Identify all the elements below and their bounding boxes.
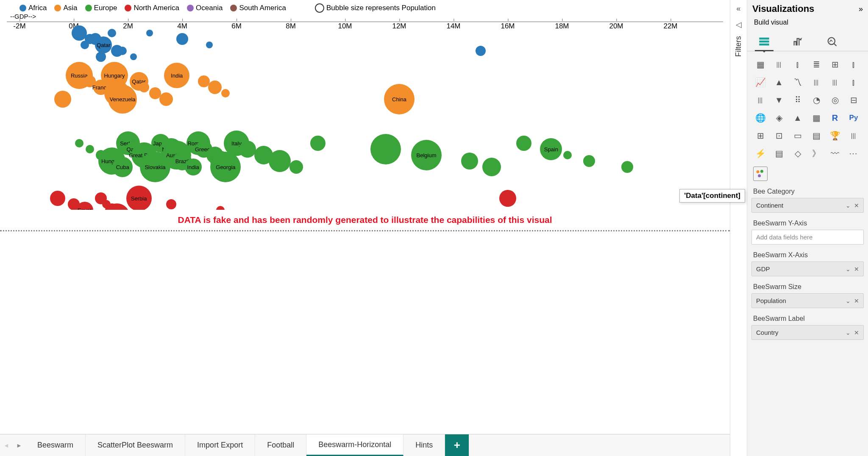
data-bubble[interactable] (86, 145, 94, 153)
data-bubble[interactable] (499, 190, 516, 207)
viz-type-icon[interactable]: ▼ (772, 93, 786, 107)
viz-type-icon[interactable]: ⫼ (772, 57, 786, 72)
viz-type-icon[interactable]: ⊞ (828, 57, 842, 72)
viz-type-icon[interactable]: Py (846, 111, 861, 125)
viz-type-icon[interactable]: ◇ (790, 146, 805, 161)
chevron-down-icon[interactable]: ⌄ (846, 202, 851, 209)
tab-prev-button[interactable]: ◄ (0, 442, 13, 449)
viz-type-icon[interactable]: ▦ (753, 57, 768, 72)
legend-item[interactable]: Asia (54, 4, 77, 12)
data-bubble[interactable]: Spain (540, 138, 562, 160)
beeswarm-plot[interactable]: QatarRussiaFranceBrazilVenezuelaHungaryQ… (7, 32, 723, 210)
data-bubble[interactable] (50, 191, 65, 206)
viz-type-icon[interactable]: ⊡ (772, 128, 786, 143)
page-tab[interactable]: Football (255, 434, 306, 456)
viz-type-icon[interactable]: ◈ (772, 111, 786, 125)
viz-type-icon[interactable]: R (828, 111, 842, 125)
data-bubble[interactable]: Qatar (95, 36, 112, 53)
data-bubble[interactable] (216, 206, 225, 210)
page-tab[interactable]: Hints (403, 434, 445, 456)
legend-item[interactable]: South America (230, 4, 286, 12)
add-page-button[interactable]: + (445, 434, 469, 456)
data-bubble[interactable] (239, 141, 256, 158)
data-bubble[interactable] (159, 92, 173, 106)
data-bubble[interactable]: China (384, 84, 415, 114)
field-well[interactable]: Country⌄✕ (751, 325, 864, 340)
viz-type-icon[interactable]: ≣ (809, 57, 823, 72)
chevron-down-icon[interactable]: ⌄ (846, 266, 851, 272)
viz-type-icon[interactable]: ▲ (772, 75, 786, 89)
viz-type-icon[interactable]: ⊞ (753, 128, 768, 143)
legend-item[interactable]: Africa (19, 4, 47, 12)
custom-visual-icon[interactable] (753, 167, 768, 181)
data-bubble[interactable]: Venezuela (108, 85, 137, 114)
viz-type-icon[interactable]: ⊟ (846, 93, 861, 107)
field-well[interactable]: Population⌄✕ (751, 293, 864, 308)
data-bubble[interactable] (269, 150, 291, 172)
viz-type-icon[interactable]: 🏆 (828, 128, 842, 143)
legend-item[interactable]: Oceania (187, 4, 223, 12)
data-bubble[interactable] (208, 81, 222, 94)
viz-type-icon[interactable]: ⋯ (846, 146, 861, 161)
viz-type-icon[interactable]: ⫿ (846, 75, 861, 89)
data-bubble[interactable] (370, 134, 401, 164)
viz-type-icon[interactable]: ⫼ (846, 128, 861, 143)
expand-icon[interactable]: » (859, 5, 863, 14)
data-bubble[interactable] (96, 52, 106, 62)
data-bubble[interactable] (621, 161, 633, 173)
data-bubble[interactable]: Belgium (411, 140, 442, 170)
data-bubble[interactable] (583, 155, 595, 167)
filters-pane-collapsed[interactable]: « ◁ Filters (730, 0, 747, 456)
viz-type-icon[interactable]: ⫿ (846, 57, 861, 72)
viz-type-icon[interactable]: ◎ (828, 93, 842, 107)
viz-type-icon[interactable]: ▲ (790, 111, 805, 125)
field-well[interactable]: Add data fields here (751, 230, 864, 245)
viz-type-icon[interactable]: ⫼ (828, 75, 842, 89)
data-bubble[interactable] (54, 91, 71, 108)
data-bubble[interactable] (310, 136, 326, 151)
viz-type-icon[interactable]: ▤ (772, 146, 786, 161)
format-tab[interactable] (789, 32, 807, 51)
viz-type-icon[interactable]: ⫿ (790, 57, 805, 72)
field-well[interactable]: GDP⌄✕ (751, 261, 864, 276)
chevron-down-icon[interactable]: ⌄ (846, 298, 851, 304)
viz-type-icon[interactable]: ▤ (809, 128, 823, 143)
data-bubble[interactable] (108, 29, 116, 37)
page-tab[interactable]: Beeswarm (25, 434, 86, 456)
data-bubble[interactable] (81, 41, 89, 49)
viz-type-icon[interactable]: 〽 (790, 75, 805, 89)
data-bubble[interactable]: India (164, 63, 189, 88)
data-bubble[interactable] (166, 199, 176, 209)
viz-type-icon[interactable]: 📈 (753, 75, 768, 89)
data-bubble[interactable] (72, 25, 87, 41)
data-bubble[interactable] (563, 151, 572, 159)
fields-tab[interactable] (755, 32, 773, 51)
chevron-down-icon[interactable]: ⌄ (846, 329, 851, 336)
viz-type-icon[interactable]: ⫼ (809, 75, 823, 89)
data-bubble[interactable] (176, 33, 188, 45)
remove-field-icon[interactable]: ✕ (854, 266, 859, 272)
data-bubble[interactable] (482, 158, 501, 176)
remove-field-icon[interactable]: ✕ (854, 329, 859, 336)
data-bubble[interactable]: Hungary (101, 62, 128, 89)
data-bubble[interactable] (289, 160, 303, 174)
viz-type-icon[interactable]: ▦ (809, 111, 823, 125)
viz-type-icon[interactable]: 🌐 (753, 111, 768, 125)
data-bubble[interactable]: India (185, 158, 202, 175)
data-bubble[interactable] (461, 153, 478, 170)
data-bubble[interactable] (476, 46, 486, 56)
legend-item[interactable]: Europe (85, 4, 117, 12)
page-tab[interactable]: Import Export (185, 434, 255, 456)
page-tab[interactable]: Beeswarm-Horizontal (306, 434, 403, 456)
data-bubble[interactable]: Cuba (112, 157, 133, 177)
analytics-tab[interactable] (823, 32, 841, 51)
data-bubble[interactable] (221, 89, 230, 97)
page-tab[interactable]: ScatterPlot Beeswarm (86, 434, 185, 456)
viz-type-icon[interactable]: 》 (809, 146, 823, 161)
field-well[interactable]: Continent⌄✕ (751, 198, 864, 213)
viz-type-icon[interactable]: ⫼ (753, 93, 768, 107)
data-bubble[interactable] (516, 136, 531, 151)
viz-type-icon[interactable]: ⚡ (753, 146, 768, 161)
data-bubble[interactable] (206, 42, 213, 48)
viz-type-icon[interactable]: 〰 (828, 146, 842, 161)
